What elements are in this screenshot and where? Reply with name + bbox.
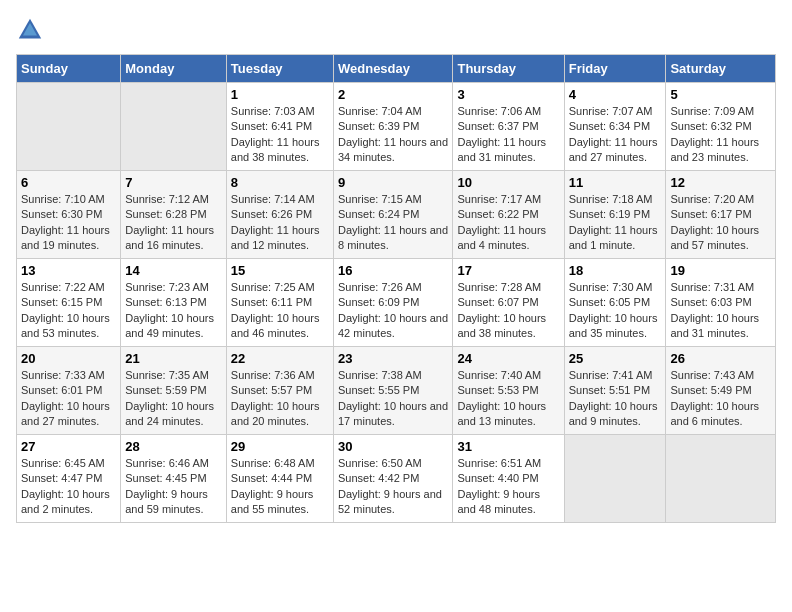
calendar-cell — [564, 435, 666, 523]
calendar-cell: 27Sunrise: 6:45 AMSunset: 4:47 PMDayligh… — [17, 435, 121, 523]
day-number: 13 — [21, 263, 116, 278]
day-number: 12 — [670, 175, 771, 190]
day-number: 24 — [457, 351, 559, 366]
calendar-cell: 29Sunrise: 6:48 AMSunset: 4:44 PMDayligh… — [226, 435, 333, 523]
calendar-week-row: 13Sunrise: 7:22 AMSunset: 6:15 PMDayligh… — [17, 259, 776, 347]
calendar-cell: 4Sunrise: 7:07 AMSunset: 6:34 PMDaylight… — [564, 83, 666, 171]
calendar-cell: 9Sunrise: 7:15 AMSunset: 6:24 PMDaylight… — [333, 171, 452, 259]
day-info: Sunrise: 7:33 AMSunset: 6:01 PMDaylight:… — [21, 368, 116, 430]
calendar-cell: 12Sunrise: 7:20 AMSunset: 6:17 PMDayligh… — [666, 171, 776, 259]
day-info: Sunrise: 7:35 AMSunset: 5:59 PMDaylight:… — [125, 368, 222, 430]
day-info: Sunrise: 7:28 AMSunset: 6:07 PMDaylight:… — [457, 280, 559, 342]
logo-icon — [16, 16, 44, 44]
day-number: 4 — [569, 87, 662, 102]
day-number: 5 — [670, 87, 771, 102]
calendar-cell: 5Sunrise: 7:09 AMSunset: 6:32 PMDaylight… — [666, 83, 776, 171]
day-number: 1 — [231, 87, 329, 102]
calendar-cell — [666, 435, 776, 523]
day-number: 6 — [21, 175, 116, 190]
day-number: 8 — [231, 175, 329, 190]
day-number: 17 — [457, 263, 559, 278]
day-info: Sunrise: 7:38 AMSunset: 5:55 PMDaylight:… — [338, 368, 448, 430]
day-number: 14 — [125, 263, 222, 278]
calendar-cell: 28Sunrise: 6:46 AMSunset: 4:45 PMDayligh… — [121, 435, 227, 523]
day-info: Sunrise: 7:09 AMSunset: 6:32 PMDaylight:… — [670, 104, 771, 166]
calendar-table: SundayMondayTuesdayWednesdayThursdayFrid… — [16, 54, 776, 523]
calendar-cell: 8Sunrise: 7:14 AMSunset: 6:26 PMDaylight… — [226, 171, 333, 259]
calendar-week-row: 6Sunrise: 7:10 AMSunset: 6:30 PMDaylight… — [17, 171, 776, 259]
day-number: 29 — [231, 439, 329, 454]
calendar-cell: 20Sunrise: 7:33 AMSunset: 6:01 PMDayligh… — [17, 347, 121, 435]
calendar-cell: 26Sunrise: 7:43 AMSunset: 5:49 PMDayligh… — [666, 347, 776, 435]
calendar-cell — [17, 83, 121, 171]
day-number: 15 — [231, 263, 329, 278]
day-info: Sunrise: 7:25 AMSunset: 6:11 PMDaylight:… — [231, 280, 329, 342]
day-info: Sunrise: 7:06 AMSunset: 6:37 PMDaylight:… — [457, 104, 559, 166]
logo — [16, 16, 48, 44]
calendar-cell: 31Sunrise: 6:51 AMSunset: 4:40 PMDayligh… — [453, 435, 564, 523]
col-header-tuesday: Tuesday — [226, 55, 333, 83]
calendar-cell: 2Sunrise: 7:04 AMSunset: 6:39 PMDaylight… — [333, 83, 452, 171]
day-info: Sunrise: 7:07 AMSunset: 6:34 PMDaylight:… — [569, 104, 662, 166]
calendar-week-row: 27Sunrise: 6:45 AMSunset: 4:47 PMDayligh… — [17, 435, 776, 523]
day-info: Sunrise: 7:10 AMSunset: 6:30 PMDaylight:… — [21, 192, 116, 254]
day-info: Sunrise: 6:51 AMSunset: 4:40 PMDaylight:… — [457, 456, 559, 518]
calendar-cell: 1Sunrise: 7:03 AMSunset: 6:41 PMDaylight… — [226, 83, 333, 171]
day-number: 31 — [457, 439, 559, 454]
day-info: Sunrise: 7:41 AMSunset: 5:51 PMDaylight:… — [569, 368, 662, 430]
calendar-cell: 17Sunrise: 7:28 AMSunset: 6:07 PMDayligh… — [453, 259, 564, 347]
day-info: Sunrise: 7:12 AMSunset: 6:28 PMDaylight:… — [125, 192, 222, 254]
calendar-cell: 24Sunrise: 7:40 AMSunset: 5:53 PMDayligh… — [453, 347, 564, 435]
day-number: 7 — [125, 175, 222, 190]
day-info: Sunrise: 7:31 AMSunset: 6:03 PMDaylight:… — [670, 280, 771, 342]
calendar-header-row: SundayMondayTuesdayWednesdayThursdayFrid… — [17, 55, 776, 83]
day-info: Sunrise: 6:50 AMSunset: 4:42 PMDaylight:… — [338, 456, 448, 518]
day-info: Sunrise: 7:40 AMSunset: 5:53 PMDaylight:… — [457, 368, 559, 430]
day-number: 19 — [670, 263, 771, 278]
day-number: 21 — [125, 351, 222, 366]
day-number: 22 — [231, 351, 329, 366]
calendar-cell: 6Sunrise: 7:10 AMSunset: 6:30 PMDaylight… — [17, 171, 121, 259]
day-info: Sunrise: 7:20 AMSunset: 6:17 PMDaylight:… — [670, 192, 771, 254]
day-info: Sunrise: 7:36 AMSunset: 5:57 PMDaylight:… — [231, 368, 329, 430]
col-header-saturday: Saturday — [666, 55, 776, 83]
day-number: 25 — [569, 351, 662, 366]
calendar-cell: 25Sunrise: 7:41 AMSunset: 5:51 PMDayligh… — [564, 347, 666, 435]
day-info: Sunrise: 7:14 AMSunset: 6:26 PMDaylight:… — [231, 192, 329, 254]
day-number: 30 — [338, 439, 448, 454]
day-number: 18 — [569, 263, 662, 278]
day-info: Sunrise: 7:23 AMSunset: 6:13 PMDaylight:… — [125, 280, 222, 342]
day-number: 3 — [457, 87, 559, 102]
day-number: 28 — [125, 439, 222, 454]
day-number: 26 — [670, 351, 771, 366]
day-info: Sunrise: 6:46 AMSunset: 4:45 PMDaylight:… — [125, 456, 222, 518]
calendar-cell: 21Sunrise: 7:35 AMSunset: 5:59 PMDayligh… — [121, 347, 227, 435]
day-info: Sunrise: 7:43 AMSunset: 5:49 PMDaylight:… — [670, 368, 771, 430]
day-number: 20 — [21, 351, 116, 366]
day-number: 9 — [338, 175, 448, 190]
day-number: 11 — [569, 175, 662, 190]
calendar-cell: 3Sunrise: 7:06 AMSunset: 6:37 PMDaylight… — [453, 83, 564, 171]
col-header-friday: Friday — [564, 55, 666, 83]
calendar-cell: 13Sunrise: 7:22 AMSunset: 6:15 PMDayligh… — [17, 259, 121, 347]
day-info: Sunrise: 7:04 AMSunset: 6:39 PMDaylight:… — [338, 104, 448, 166]
day-info: Sunrise: 7:18 AMSunset: 6:19 PMDaylight:… — [569, 192, 662, 254]
col-header-wednesday: Wednesday — [333, 55, 452, 83]
calendar-week-row: 20Sunrise: 7:33 AMSunset: 6:01 PMDayligh… — [17, 347, 776, 435]
day-number: 27 — [21, 439, 116, 454]
day-info: Sunrise: 7:26 AMSunset: 6:09 PMDaylight:… — [338, 280, 448, 342]
calendar-cell: 14Sunrise: 7:23 AMSunset: 6:13 PMDayligh… — [121, 259, 227, 347]
calendar-cell: 30Sunrise: 6:50 AMSunset: 4:42 PMDayligh… — [333, 435, 452, 523]
calendar-cell: 19Sunrise: 7:31 AMSunset: 6:03 PMDayligh… — [666, 259, 776, 347]
calendar-cell: 15Sunrise: 7:25 AMSunset: 6:11 PMDayligh… — [226, 259, 333, 347]
calendar-week-row: 1Sunrise: 7:03 AMSunset: 6:41 PMDaylight… — [17, 83, 776, 171]
day-number: 23 — [338, 351, 448, 366]
calendar-cell: 23Sunrise: 7:38 AMSunset: 5:55 PMDayligh… — [333, 347, 452, 435]
col-header-sunday: Sunday — [17, 55, 121, 83]
day-number: 10 — [457, 175, 559, 190]
calendar-cell: 22Sunrise: 7:36 AMSunset: 5:57 PMDayligh… — [226, 347, 333, 435]
calendar-cell: 11Sunrise: 7:18 AMSunset: 6:19 PMDayligh… — [564, 171, 666, 259]
day-info: Sunrise: 7:17 AMSunset: 6:22 PMDaylight:… — [457, 192, 559, 254]
col-header-thursday: Thursday — [453, 55, 564, 83]
page-header — [16, 16, 776, 44]
